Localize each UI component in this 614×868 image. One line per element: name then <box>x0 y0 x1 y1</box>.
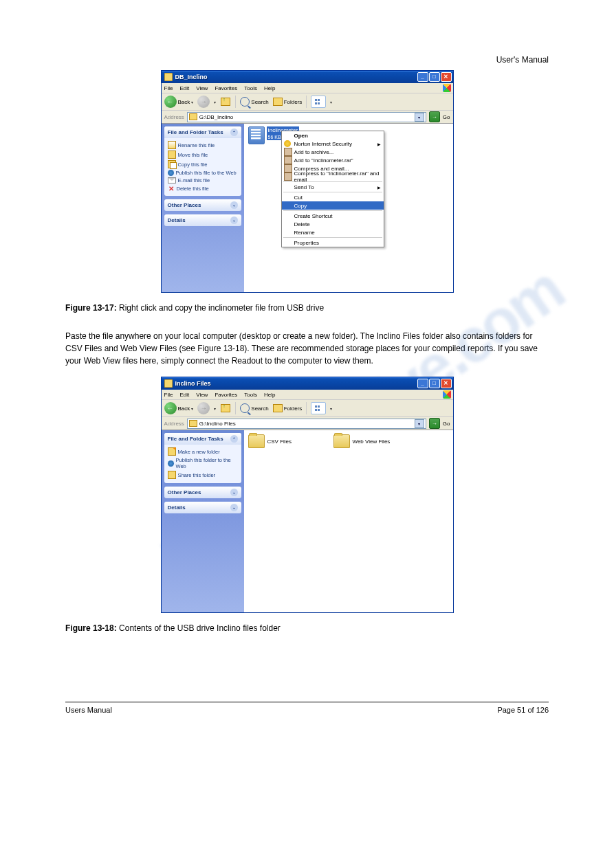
email-icon <box>168 177 176 183</box>
ctx-cut[interactable]: Cut <box>282 193 384 201</box>
submenu-arrow-icon: ▶ <box>377 142 381 146</box>
forward-button[interactable]: → <box>197 96 210 108</box>
back-dropdown-icon[interactable]: ▾ <box>191 406 193 411</box>
task-new-folder[interactable]: Make a new folder <box>168 447 238 456</box>
address-input[interactable]: G:\Inclino Files ▾ <box>187 419 426 429</box>
menu-file[interactable]: File <box>164 85 173 91</box>
titlebar[interactable]: DB_Inclino _ □ ✕ <box>162 71 453 83</box>
other-places-header[interactable]: Other Places ⌃ <box>164 199 241 211</box>
close-button[interactable]: ✕ <box>441 379 452 388</box>
up-button[interactable] <box>220 96 231 107</box>
menu-favorites[interactable]: Favorites <box>215 85 237 91</box>
menu-help[interactable]: Help <box>264 392 275 398</box>
back-label: Back <box>178 405 190 412</box>
views-dropdown-icon[interactable]: ▾ <box>330 406 332 411</box>
footer-left: Users Manual <box>65 706 112 714</box>
menu-edit[interactable]: Edit <box>179 85 189 91</box>
collapse-icon[interactable]: ⌃ <box>230 435 238 443</box>
ctx-sendto[interactable]: Send To▶ <box>282 183 384 191</box>
go-label: Go <box>443 114 450 120</box>
content-pane[interactable]: CSV Files Web View Files <box>244 430 453 612</box>
folder-csv-files[interactable]: CSV Files <box>248 434 292 448</box>
other-places-header[interactable]: Other Places ⌃ <box>164 487 241 498</box>
views-button[interactable] <box>311 96 326 108</box>
ctx-properties[interactable]: Properties <box>282 238 384 247</box>
folders-button[interactable]: Folders <box>273 404 303 412</box>
back-button[interactable]: ← Back ▾ <box>164 96 194 108</box>
explorer-window-db-inclino: DB_Inclino _ □ ✕ File Edit View Favorite… <box>161 70 454 293</box>
forward-dropdown-icon[interactable]: ▾ <box>214 100 216 104</box>
task-rename[interactable]: Rename this file <box>168 140 238 150</box>
task-publish[interactable]: Publish this folder to the Web <box>168 456 238 470</box>
menu-help[interactable]: Help <box>264 85 275 91</box>
expand-icon[interactable]: ⌃ <box>230 489 238 496</box>
task-move[interactable]: Move this file <box>168 150 238 159</box>
go-button[interactable]: → <box>429 418 440 429</box>
page-footer: Users Manual Page 51 of 126 <box>65 702 549 714</box>
task-copy[interactable]: Copy this file <box>168 159 238 169</box>
back-button[interactable]: ← Back ▾ <box>164 402 194 414</box>
other-places-panel: Other Places ⌃ <box>164 199 241 211</box>
copy-icon <box>168 160 176 168</box>
move-icon <box>168 151 176 159</box>
back-dropdown-icon[interactable]: ▾ <box>191 100 193 104</box>
details-header[interactable]: Details ⌃ <box>164 502 241 513</box>
maximize-button[interactable]: □ <box>429 72 440 82</box>
search-label: Search <box>251 99 268 105</box>
new-folder-icon <box>168 447 176 456</box>
file-folder-tasks-header[interactable]: File and Folder Tasks ⌃ <box>164 433 241 445</box>
minimize-button[interactable]: _ <box>417 379 428 388</box>
ctx-add-archive[interactable]: Add to archive... <box>282 148 384 156</box>
menu-favorites[interactable]: Favorites <box>215 392 237 398</box>
expand-icon[interactable]: ⌃ <box>230 504 238 511</box>
views-dropdown-icon[interactable]: ▾ <box>330 100 332 104</box>
window-title: DB_Inclino <box>175 74 417 80</box>
task-publish[interactable]: Publish this file to the Web <box>168 169 238 177</box>
details-header[interactable]: Details ⌃ <box>164 214 241 226</box>
folders-label: Folders <box>284 405 303 412</box>
ctx-add-rar[interactable]: Add to "Inclinometer.rar" <box>282 156 384 164</box>
address-dropdown-icon[interactable]: ▾ <box>415 113 424 122</box>
address-dropdown-icon[interactable]: ▾ <box>415 419 424 428</box>
ctx-compress-rar-email[interactable]: Compress to "Inclinometer.rar" and email <box>282 173 384 181</box>
close-button[interactable]: ✕ <box>441 72 452 82</box>
ctx-rename[interactable]: Rename <box>282 228 384 236</box>
tasks-header-label: File and Folder Tasks <box>168 436 223 442</box>
ctx-open[interactable]: Open <box>282 131 384 140</box>
search-button[interactable]: Search <box>240 97 268 107</box>
search-button[interactable]: Search <box>240 403 268 413</box>
go-button[interactable]: → <box>429 111 440 122</box>
address-text: G:\DB_Inclino <box>199 114 233 120</box>
address-text: G:\Inclino Files <box>199 421 236 427</box>
forward-dropdown-icon[interactable]: ▾ <box>214 406 216 411</box>
menu-view[interactable]: View <box>196 392 208 398</box>
titlebar[interactable]: Inclino Files _ □ ✕ <box>162 377 453 390</box>
ctx-copy[interactable]: Copy <box>282 201 384 210</box>
ctx-norton[interactable]: Norton Internet Security▶ <box>282 140 384 148</box>
expand-icon[interactable]: ⌃ <box>230 216 238 224</box>
ctx-shortcut[interactable]: Create Shortcut <box>282 212 384 220</box>
task-delete[interactable]: ✕Delete this file <box>168 184 238 192</box>
views-button[interactable] <box>311 402 326 414</box>
maximize-button[interactable]: □ <box>429 379 440 388</box>
folders-button[interactable]: Folders <box>273 98 303 106</box>
up-button[interactable] <box>220 403 231 414</box>
content-pane[interactable]: Inclinometer 56 KB Open Norton Internet … <box>244 124 453 292</box>
forward-button[interactable]: → <box>197 402 210 414</box>
address-folder-icon <box>189 113 197 120</box>
address-input[interactable]: G:\DB_Inclino ▾ <box>187 112 426 122</box>
task-share[interactable]: Share this folder <box>168 470 238 480</box>
other-places-label: Other Places <box>168 489 201 496</box>
menu-tools[interactable]: Tools <box>244 85 257 91</box>
menu-file[interactable]: File <box>164 392 173 398</box>
expand-icon[interactable]: ⌃ <box>230 201 238 209</box>
minimize-button[interactable]: _ <box>417 72 428 82</box>
menu-view[interactable]: View <box>196 85 208 91</box>
ctx-delete[interactable]: Delete <box>282 220 384 228</box>
menu-tools[interactable]: Tools <box>244 392 257 398</box>
collapse-icon[interactable]: ⌃ <box>230 129 238 136</box>
folder-web-view-files[interactable]: Web View Files <box>333 434 391 448</box>
task-email[interactable]: E-mail this file <box>168 177 238 184</box>
menu-edit[interactable]: Edit <box>179 392 189 398</box>
file-folder-tasks-header[interactable]: File and Folder Tasks ⌃ <box>164 126 241 138</box>
